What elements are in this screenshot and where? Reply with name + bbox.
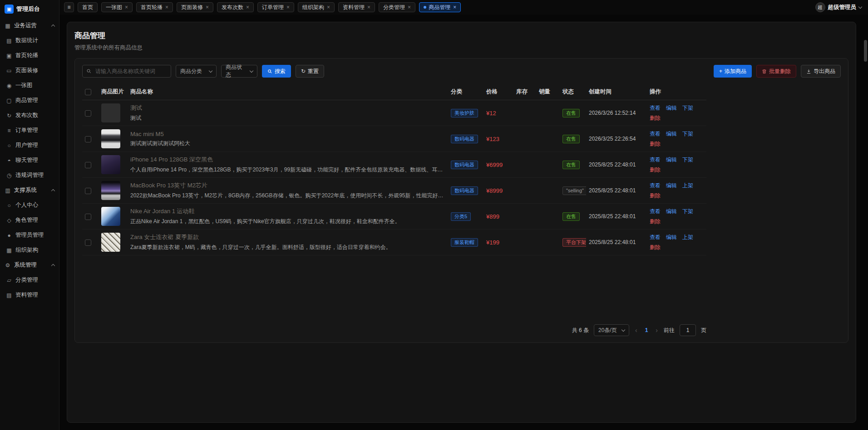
tab-首页轮播[interactable]: 首页轮播× bbox=[136, 2, 173, 12]
category-select[interactable]: 商品分类 bbox=[176, 65, 217, 78]
view-link[interactable]: 查看 bbox=[650, 130, 661, 138]
close-icon[interactable]: × bbox=[246, 4, 249, 10]
sidebar-item-page-decorate[interactable]: ▭页面装修 bbox=[0, 63, 59, 78]
edit-link[interactable]: 编辑 bbox=[666, 234, 677, 241]
next-page-button[interactable]: › bbox=[655, 327, 659, 334]
tab-发布次数[interactable]: 发布次数× bbox=[217, 2, 254, 12]
page-number[interactable]: 1 bbox=[643, 327, 650, 333]
toggle-status-link[interactable]: 下架 bbox=[682, 130, 693, 138]
reset-button[interactable]: ↻ 重置 bbox=[296, 65, 324, 78]
user-name: 超级管理员 bbox=[828, 4, 857, 11]
edit-link[interactable]: 编辑 bbox=[666, 156, 677, 164]
close-icon[interactable]: × bbox=[453, 4, 456, 10]
sidebar-item-stats[interactable]: ▤数据统计 bbox=[0, 33, 59, 48]
add-product-button[interactable]: + 添加商品 bbox=[714, 65, 752, 78]
sidebar-item-material[interactable]: ▤资料管理 bbox=[0, 288, 59, 303]
page-size-select[interactable]: 20条/页 bbox=[594, 324, 629, 336]
table-spacer bbox=[82, 255, 706, 319]
row-actions: 查看编辑下架删除 bbox=[650, 208, 704, 225]
scrollbar-thumb[interactable] bbox=[864, 40, 867, 62]
delete-link[interactable]: 删除 bbox=[650, 114, 661, 122]
status-tag: 在售 bbox=[562, 161, 580, 169]
edit-link[interactable]: 编辑 bbox=[666, 182, 677, 190]
sidebar-group-support[interactable]: ▥支撑系统 bbox=[0, 183, 59, 198]
sidebar-item-carousel[interactable]: ▣首页轮播 bbox=[0, 48, 59, 63]
edit-link[interactable]: 编辑 bbox=[666, 130, 677, 138]
sidebar-item-role[interactable]: ◇角色管理 bbox=[0, 213, 59, 228]
tab-订单管理[interactable]: 订单管理× bbox=[257, 2, 294, 12]
row-checkbox[interactable] bbox=[85, 136, 91, 142]
prev-page-button[interactable]: ‹ bbox=[634, 327, 638, 334]
sidebar-item-product[interactable]: ▢商品管理 bbox=[0, 93, 59, 108]
tab-资料管理[interactable]: 资料管理× bbox=[338, 2, 375, 12]
row-checkbox[interactable] bbox=[85, 162, 91, 168]
toggle-status-link[interactable]: 下架 bbox=[682, 208, 693, 215]
chat-icon: ◓ bbox=[6, 157, 12, 164]
tab-组织架构[interactable]: 组织架构× bbox=[298, 2, 335, 12]
select-all-checkbox[interactable] bbox=[85, 89, 91, 95]
sidebar-collapse-button[interactable]: ≡ bbox=[64, 2, 74, 12]
search-box[interactable] bbox=[82, 65, 171, 78]
page-unit-label: 页 bbox=[701, 327, 706, 334]
row-checkbox[interactable] bbox=[85, 214, 91, 220]
batch-delete-button[interactable]: 批量删除 bbox=[756, 65, 796, 78]
close-icon[interactable]: × bbox=[327, 4, 330, 10]
sidebar-item-label: 页面装修 bbox=[15, 67, 38, 74]
user-menu[interactable]: 超 超级管理员 bbox=[815, 2, 862, 12]
trash-icon bbox=[762, 69, 767, 74]
page-scrollbar[interactable] bbox=[864, 18, 867, 426]
delete-link[interactable]: 删除 bbox=[650, 140, 661, 148]
tab-首页[interactable]: 首页 bbox=[78, 2, 98, 12]
sidebar-item-admin[interactable]: ●管理员管理 bbox=[0, 228, 59, 243]
view-link[interactable]: 查看 bbox=[650, 156, 661, 164]
row-checkbox[interactable] bbox=[85, 239, 91, 246]
tab-商品管理[interactable]: 商品管理× bbox=[419, 2, 461, 12]
delete-link[interactable]: 删除 bbox=[650, 192, 661, 200]
sidebar-item-publish-count[interactable]: ↻发布次数 bbox=[0, 108, 59, 123]
sidebar-group-system[interactable]: ⚙系统管理 bbox=[0, 258, 59, 273]
sidebar-item-order[interactable]: ≡订单管理 bbox=[0, 123, 59, 138]
goto-page-input[interactable] bbox=[680, 324, 696, 336]
product-search-input[interactable] bbox=[94, 68, 167, 75]
sidebar-item-label: 违规词管理 bbox=[15, 171, 44, 179]
close-icon[interactable]: × bbox=[165, 4, 168, 10]
delete-link[interactable]: 删除 bbox=[650, 244, 661, 251]
sidebar-item-profile[interactable]: ○个人中心 bbox=[0, 198, 59, 213]
toggle-status-link[interactable]: 下架 bbox=[682, 104, 693, 112]
edit-link[interactable]: 编辑 bbox=[666, 104, 677, 112]
view-link[interactable]: 查看 bbox=[650, 182, 661, 190]
sidebar-item-chat[interactable]: ◓聊天管理 bbox=[0, 153, 59, 168]
view-link[interactable]: 查看 bbox=[650, 104, 661, 112]
close-icon[interactable]: × bbox=[367, 4, 370, 10]
sidebar-item-category[interactable]: ▱分类管理 bbox=[0, 273, 59, 288]
toggle-status-link[interactable]: 上架 bbox=[682, 234, 693, 241]
sidebar-group-business[interactable]: ▦业务运营 bbox=[0, 18, 59, 33]
toggle-status-link[interactable]: 上架 bbox=[682, 182, 693, 190]
sidebar-item-one-image[interactable]: ◉一张图 bbox=[0, 78, 59, 93]
toggle-status-link[interactable]: 下架 bbox=[682, 156, 693, 164]
view-link[interactable]: 查看 bbox=[650, 234, 661, 241]
sidebar-item-violation-words[interactable]: ◷违规词管理 bbox=[0, 168, 59, 183]
one-image-icon: ◉ bbox=[6, 83, 12, 89]
reset-button-label: 重置 bbox=[308, 68, 319, 75]
row-checkbox[interactable] bbox=[85, 110, 91, 117]
tab-分类管理[interactable]: 分类管理× bbox=[379, 2, 415, 12]
search-button[interactable]: 搜索 bbox=[262, 65, 291, 78]
system-icon: ⚙ bbox=[5, 262, 11, 269]
tab-一张图[interactable]: 一张图× bbox=[101, 2, 133, 12]
sidebar-item-user-manage[interactable]: ○用户管理 bbox=[0, 138, 59, 153]
close-icon[interactable]: × bbox=[206, 4, 209, 10]
edit-link[interactable]: 编辑 bbox=[666, 208, 677, 215]
close-icon[interactable]: × bbox=[408, 4, 411, 10]
delete-link[interactable]: 删除 bbox=[650, 218, 661, 225]
tab-页面装修[interactable]: 页面装修× bbox=[177, 2, 213, 12]
close-icon[interactable]: × bbox=[286, 4, 290, 10]
view-link[interactable]: 查看 bbox=[650, 208, 661, 215]
page-title: 商品管理 bbox=[74, 30, 848, 41]
sidebar-item-org[interactable]: ▦组织架构 bbox=[0, 243, 59, 258]
row-checkbox[interactable] bbox=[85, 188, 91, 194]
close-icon[interactable]: × bbox=[125, 4, 128, 10]
export-button[interactable]: 导出商品 bbox=[801, 65, 841, 78]
delete-link[interactable]: 删除 bbox=[650, 166, 661, 174]
status-select[interactable]: 商品状态 bbox=[221, 65, 257, 78]
